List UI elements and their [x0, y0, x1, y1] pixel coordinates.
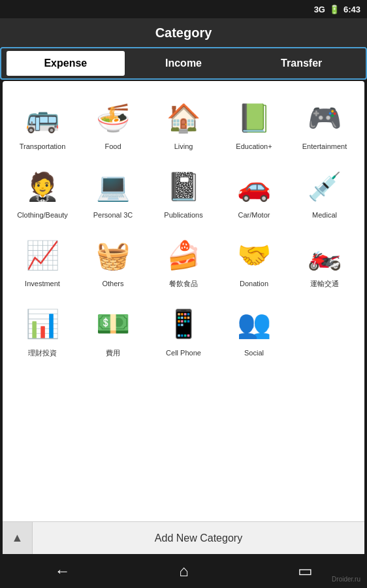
category-item-investment[interactable]: 📈Investment [8, 227, 76, 293]
category-item-food[interactable]: 🍜Food [79, 90, 147, 156]
others-label: Others [102, 280, 123, 288]
clothing-label: Clothing/Beauty [17, 211, 68, 220]
investment-label: Investment [25, 280, 60, 288]
car-icon: 🚗 [232, 164, 276, 208]
transportation-icon: 🚌 [20, 95, 65, 140]
category-item-food2[interactable]: 🍰餐飲食品 [150, 227, 217, 293]
others-icon: 🧺 [91, 233, 135, 277]
cellphone-label: Cell Phone [166, 349, 201, 357]
add-category-button[interactable]: Add New Category [33, 522, 364, 555]
living-icon: 🏠 [161, 95, 206, 140]
transport2-icon: 🏍️ [302, 233, 347, 277]
title-bar: Category [0, 18, 367, 47]
social-label: Social [244, 349, 264, 357]
category-item-finance[interactable]: 📊理財投資 [8, 297, 76, 363]
category-item-donation[interactable]: 🤝Donation [220, 227, 288, 293]
category-grid: 🚌Transportation🍜Food🏠Living📗Education+🎮E… [6, 88, 361, 365]
category-item-living[interactable]: 🏠Living [150, 90, 217, 156]
category-item-medical[interactable]: 💉Medical [291, 159, 359, 225]
education-label: Education+ [236, 142, 272, 151]
publications-icon: 📓 [161, 164, 206, 208]
bottom-bar: ▲ Add New Category [3, 521, 364, 554]
transportation-label: Transportation [20, 142, 66, 151]
category-item-fees[interactable]: 💵費用 [79, 297, 147, 363]
finance-label: 理財投資 [28, 349, 57, 357]
time-display: 6:43 [343, 5, 360, 14]
medical-label: Medical [312, 211, 337, 220]
tab-transfer[interactable]: Transfer [242, 51, 360, 76]
clothing-icon: 🤵 [20, 164, 65, 208]
tab-expense[interactable]: Expense [7, 51, 125, 76]
home-button[interactable]: ⌂ [179, 562, 189, 580]
category-item-personal3c[interactable]: 💻Personal 3C [79, 159, 147, 225]
food-label: Food [104, 142, 121, 151]
category-item-social[interactable]: 👥Social [220, 297, 288, 363]
category-item-others[interactable]: 🧺Others [79, 227, 147, 293]
category-item-education[interactable]: 📗Education+ [220, 90, 288, 156]
fees-label: 費用 [106, 349, 120, 357]
food-icon: 🍜 [91, 95, 135, 140]
recent-button[interactable]: ▭ [298, 562, 313, 580]
cellphone-icon: 📱 [161, 302, 206, 346]
category-item-clothing[interactable]: 🤵Clothing/Beauty [8, 159, 76, 225]
food2-icon: 🍰 [161, 233, 206, 277]
category-item-car[interactable]: 🚗Car/Motor [220, 159, 288, 225]
status-icons: 3G 🔋 6:43 [314, 5, 360, 14]
social-icon: 👥 [232, 302, 276, 346]
transport2-label: 運輸交通 [310, 280, 339, 288]
category-item-cellphone[interactable]: 📱Cell Phone [150, 297, 217, 363]
main-content: 🚌Transportation🍜Food🏠Living📗Education+🎮E… [3, 81, 364, 564]
tab-bar: Expense Income Transfer [0, 47, 367, 80]
category-item-transport2[interactable]: 🏍️運輸交通 [291, 227, 359, 293]
scroll-up-button[interactable]: ▲ [3, 522, 33, 555]
donation-icon: 🤝 [232, 233, 276, 277]
status-bar: 3G 🔋 6:43 [0, 0, 367, 18]
tab-income[interactable]: Income [125, 51, 243, 76]
recent-icon: ▭ [298, 562, 313, 580]
living-label: Living [174, 142, 193, 151]
home-icon: ⌂ [179, 562, 189, 580]
publications-label: Publications [164, 211, 202, 220]
droider-label: Droider.ru [332, 576, 360, 583]
back-button[interactable]: ← [54, 562, 70, 580]
back-icon: ← [54, 562, 70, 580]
donation-label: Donation [240, 280, 268, 288]
investment-icon: 📈 [20, 233, 65, 277]
entertainment-icon: 🎮 [302, 95, 347, 140]
medical-icon: 💉 [302, 164, 347, 208]
entertainment-label: Entertainment [302, 142, 347, 151]
network-icon: 3G [314, 5, 325, 14]
page-title: Category [155, 25, 212, 41]
category-item-entertainment[interactable]: 🎮Entertainment [291, 90, 359, 156]
food2-label: 餐飲食品 [169, 280, 198, 288]
nav-bar: ← ⌂ ▭ Droider.ru [0, 554, 367, 588]
personal3c-icon: 💻 [91, 164, 135, 208]
finance-icon: 📊 [20, 302, 65, 346]
battery-icon: 🔋 [329, 5, 340, 14]
fees-icon: 💵 [91, 302, 135, 346]
category-item-publications[interactable]: 📓Publications [150, 159, 217, 225]
education-icon: 📗 [232, 95, 276, 140]
category-item-transportation[interactable]: 🚌Transportation [8, 90, 76, 156]
personal3c-label: Personal 3C [93, 211, 133, 220]
car-label: Car/Motor [238, 211, 270, 220]
